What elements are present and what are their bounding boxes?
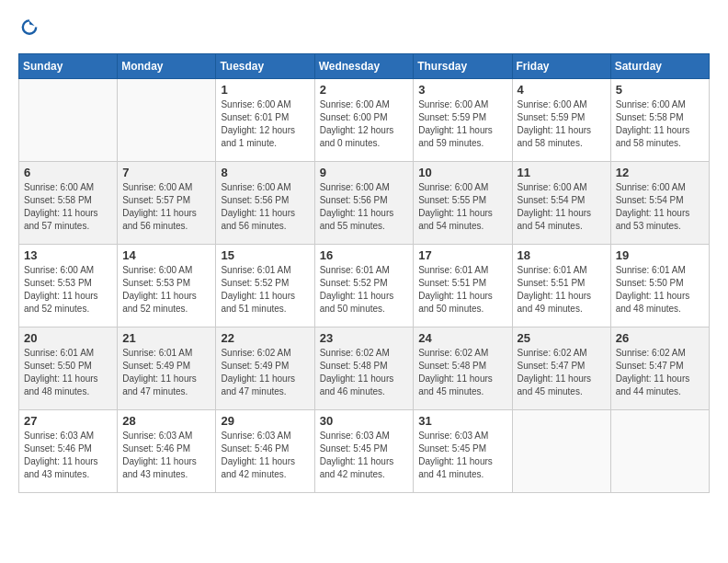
calendar-table: SundayMondayTuesdayWednesdayThursdayFrid… [18, 53, 710, 493]
calendar-cell: 7Sunrise: 6:00 AM Sunset: 5:57 PM Daylig… [118, 162, 216, 245]
calendar-cell: 1Sunrise: 6:00 AM Sunset: 6:01 PM Daylig… [216, 79, 314, 162]
day-info: Sunrise: 6:00 AM Sunset: 5:57 PM Dayligh… [122, 181, 210, 233]
day-number: 9 [320, 166, 409, 179]
day-number: 8 [221, 166, 309, 179]
day-number: 24 [418, 331, 506, 345]
day-info: Sunrise: 6:00 AM Sunset: 5:53 PM Dayligh… [24, 264, 112, 316]
calendar-cell: 4Sunrise: 6:00 AM Sunset: 5:59 PM Daylig… [512, 79, 610, 162]
day-number: 2 [320, 83, 409, 97]
weekday-header-saturday: Saturday [610, 54, 709, 79]
calendar-cell: 10Sunrise: 6:00 AM Sunset: 5:55 PM Dayli… [414, 162, 512, 245]
calendar-cell: 17Sunrise: 6:01 AM Sunset: 5:51 PM Dayli… [414, 245, 512, 327]
calendar-cell [118, 79, 216, 162]
day-number: 31 [418, 414, 506, 428]
calendar-cell: 15Sunrise: 6:01 AM Sunset: 5:52 PM Dayli… [216, 245, 314, 327]
day-number: 23 [320, 331, 409, 345]
day-number: 29 [221, 414, 309, 428]
day-info: Sunrise: 6:00 AM Sunset: 5:59 PM Dayligh… [518, 98, 606, 150]
calendar-cell: 9Sunrise: 6:00 AM Sunset: 5:56 PM Daylig… [314, 162, 414, 245]
day-number: 13 [24, 248, 112, 262]
calendar-row: 1Sunrise: 6:00 AM Sunset: 6:01 PM Daylig… [19, 79, 710, 162]
logo-icon [18, 18, 40, 40]
day-number: 26 [616, 331, 704, 345]
day-info: Sunrise: 6:00 AM Sunset: 6:00 PM Dayligh… [320, 98, 409, 150]
weekday-header-monday: Monday [118, 54, 216, 79]
day-number: 6 [24, 166, 112, 179]
day-info: Sunrise: 6:03 AM Sunset: 5:46 PM Dayligh… [221, 430, 309, 481]
calendar-cell: 3Sunrise: 6:00 AM Sunset: 5:59 PM Daylig… [414, 79, 512, 162]
calendar-cell: 14Sunrise: 6:00 AM Sunset: 5:53 PM Dayli… [118, 245, 216, 327]
day-info: Sunrise: 6:00 AM Sunset: 5:55 PM Dayligh… [418, 181, 506, 233]
weekday-header-friday: Friday [512, 54, 610, 79]
calendar-cell: 27Sunrise: 6:03 AM Sunset: 5:46 PM Dayli… [19, 410, 118, 493]
logo [18, 18, 44, 44]
day-number: 11 [518, 166, 606, 179]
day-info: Sunrise: 6:02 AM Sunset: 5:49 PM Dayligh… [221, 347, 309, 398]
calendar-cell: 18Sunrise: 6:01 AM Sunset: 5:51 PM Dayli… [512, 245, 610, 327]
calendar-cell: 28Sunrise: 6:03 AM Sunset: 5:46 PM Dayli… [118, 410, 216, 493]
calendar-cell: 25Sunrise: 6:02 AM Sunset: 5:47 PM Dayli… [512, 327, 610, 410]
day-info: Sunrise: 6:00 AM Sunset: 5:54 PM Dayligh… [518, 181, 606, 233]
calendar-cell: 2Sunrise: 6:00 AM Sunset: 6:00 PM Daylig… [314, 79, 414, 162]
day-info: Sunrise: 6:00 AM Sunset: 5:54 PM Dayligh… [616, 181, 704, 233]
day-number: 27 [24, 414, 112, 428]
day-number: 17 [418, 248, 506, 262]
day-info: Sunrise: 6:03 AM Sunset: 5:46 PM Dayligh… [24, 430, 112, 481]
day-number: 14 [122, 248, 210, 262]
day-number: 30 [320, 414, 409, 428]
calendar-cell [512, 410, 610, 493]
day-info: Sunrise: 6:01 AM Sunset: 5:50 PM Dayligh… [24, 347, 112, 398]
calendar-cell: 8Sunrise: 6:00 AM Sunset: 5:56 PM Daylig… [216, 162, 314, 245]
day-number: 4 [518, 83, 606, 97]
day-info: Sunrise: 6:01 AM Sunset: 5:51 PM Dayligh… [418, 264, 506, 316]
calendar-row: 6Sunrise: 6:00 AM Sunset: 5:58 PM Daylig… [19, 162, 710, 245]
day-info: Sunrise: 6:00 AM Sunset: 5:56 PM Dayligh… [320, 181, 409, 233]
day-info: Sunrise: 6:00 AM Sunset: 5:58 PM Dayligh… [24, 181, 112, 233]
day-info: Sunrise: 6:03 AM Sunset: 5:45 PM Dayligh… [418, 430, 506, 481]
calendar-row: 27Sunrise: 6:03 AM Sunset: 5:46 PM Dayli… [19, 410, 710, 493]
day-info: Sunrise: 6:00 AM Sunset: 5:58 PM Dayligh… [616, 98, 704, 150]
calendar-cell: 12Sunrise: 6:00 AM Sunset: 5:54 PM Dayli… [610, 162, 709, 245]
calendar-cell: 11Sunrise: 6:00 AM Sunset: 5:54 PM Dayli… [512, 162, 610, 245]
day-number: 18 [518, 248, 606, 262]
day-number: 3 [418, 83, 506, 97]
calendar-cell: 31Sunrise: 6:03 AM Sunset: 5:45 PM Dayli… [414, 410, 512, 493]
day-info: Sunrise: 6:02 AM Sunset: 5:47 PM Dayligh… [616, 347, 704, 398]
day-number: 21 [122, 331, 210, 345]
day-number: 15 [221, 248, 309, 262]
calendar-cell: 16Sunrise: 6:01 AM Sunset: 5:52 PM Dayli… [314, 245, 414, 327]
day-info: Sunrise: 6:00 AM Sunset: 5:56 PM Dayligh… [221, 181, 309, 233]
day-number: 28 [122, 414, 210, 428]
day-number: 12 [616, 166, 704, 179]
day-info: Sunrise: 6:02 AM Sunset: 5:48 PM Dayligh… [418, 347, 506, 398]
calendar-cell: 19Sunrise: 6:01 AM Sunset: 5:50 PM Dayli… [610, 245, 709, 327]
day-info: Sunrise: 6:01 AM Sunset: 5:50 PM Dayligh… [616, 264, 704, 316]
calendar-cell: 24Sunrise: 6:02 AM Sunset: 5:48 PM Dayli… [414, 327, 512, 410]
calendar-cell [610, 410, 709, 493]
day-number: 10 [418, 166, 506, 179]
calendar-header-row: SundayMondayTuesdayWednesdayThursdayFrid… [19, 54, 710, 79]
calendar-cell: 22Sunrise: 6:02 AM Sunset: 5:49 PM Dayli… [216, 327, 314, 410]
calendar-cell: 29Sunrise: 6:03 AM Sunset: 5:46 PM Dayli… [216, 410, 314, 493]
day-info: Sunrise: 6:03 AM Sunset: 5:45 PM Dayligh… [320, 430, 409, 481]
day-info: Sunrise: 6:01 AM Sunset: 5:49 PM Dayligh… [122, 347, 210, 398]
weekday-header-tuesday: Tuesday [216, 54, 314, 79]
calendar-cell: 20Sunrise: 6:01 AM Sunset: 5:50 PM Dayli… [19, 327, 118, 410]
weekday-header-wednesday: Wednesday [314, 54, 414, 79]
day-number: 1 [221, 83, 309, 97]
calendar-cell: 23Sunrise: 6:02 AM Sunset: 5:48 PM Dayli… [314, 327, 414, 410]
weekday-header-thursday: Thursday [414, 54, 512, 79]
calendar-cell: 6Sunrise: 6:00 AM Sunset: 5:58 PM Daylig… [19, 162, 118, 245]
day-number: 20 [24, 331, 112, 345]
day-info: Sunrise: 6:00 AM Sunset: 5:59 PM Dayligh… [418, 98, 506, 150]
day-info: Sunrise: 6:01 AM Sunset: 5:51 PM Dayligh… [518, 264, 606, 316]
day-info: Sunrise: 6:00 AM Sunset: 6:01 PM Dayligh… [221, 98, 309, 150]
day-info: Sunrise: 6:01 AM Sunset: 5:52 PM Dayligh… [221, 264, 309, 316]
day-number: 25 [518, 331, 606, 345]
day-number: 16 [320, 248, 409, 262]
calendar-cell: 26Sunrise: 6:02 AM Sunset: 5:47 PM Dayli… [610, 327, 709, 410]
day-info: Sunrise: 6:00 AM Sunset: 5:53 PM Dayligh… [122, 264, 210, 316]
day-info: Sunrise: 6:02 AM Sunset: 5:47 PM Dayligh… [518, 347, 606, 398]
calendar-row: 13Sunrise: 6:00 AM Sunset: 5:53 PM Dayli… [19, 245, 710, 327]
calendar-cell: 21Sunrise: 6:01 AM Sunset: 5:49 PM Dayli… [118, 327, 216, 410]
